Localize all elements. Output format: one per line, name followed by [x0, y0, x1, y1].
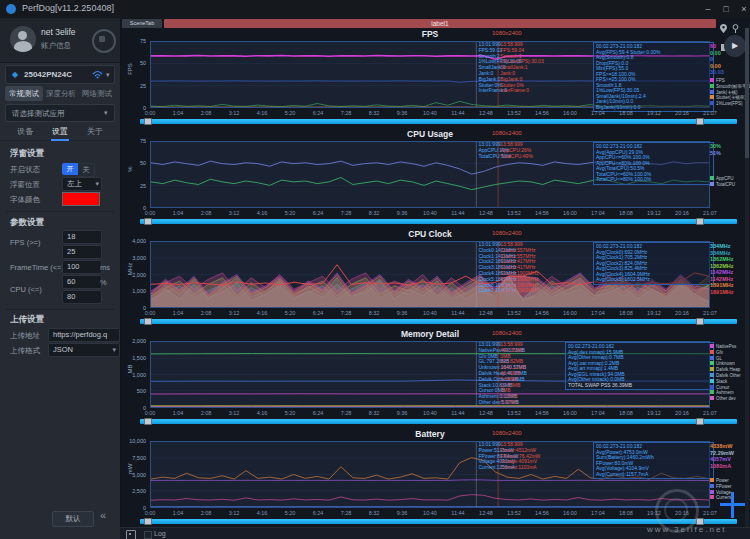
x-tick-label: 7:28 [335, 310, 357, 316]
time-range-scrollbar[interactable] [140, 519, 737, 524]
x-tick-label: 1:04 [167, 510, 189, 516]
scrollbar-handle-left[interactable] [144, 318, 152, 325]
y-tick-label: 75 [120, 138, 146, 144]
legend-item[interactable]: TotalCPU [710, 182, 735, 188]
x-tick-label: 8:32 [363, 510, 385, 516]
legend-swatch [710, 182, 714, 186]
x-tick-label: 21:07 [699, 410, 721, 416]
scrollbar-handle-right[interactable] [696, 218, 704, 225]
x-tick-label: 9:36 [391, 410, 413, 416]
log-checkbox[interactable] [144, 531, 152, 539]
cpu-unit: % [100, 278, 107, 287]
y-tick-label: 2,000 [120, 272, 146, 278]
maximize-button[interactable]: □ [718, 2, 734, 16]
cpu-threshold-label: CPU (<=) [10, 285, 42, 294]
scrollbar-handle-right[interactable] [696, 318, 704, 325]
x-tick-label: 13:52 [503, 410, 525, 416]
toggle-on[interactable]: 开 [62, 163, 78, 175]
time-range-scrollbar[interactable] [140, 419, 737, 424]
x-tick-label: 19:12 [643, 110, 665, 116]
legend: FPSSmooth(帧率平稳度)Jank(卡顿)Stutter(卡顿率)1%Lo… [710, 78, 750, 107]
collapse-sidebar-icon[interactable]: « [100, 509, 106, 521]
scrollbar-handle-right[interactable] [696, 418, 704, 425]
scrollbar-handle-left[interactable] [144, 118, 152, 125]
y-tick-label: 7,500 [120, 455, 146, 461]
font-color-swatch[interactable] [62, 192, 100, 206]
cursor-tooltip-red: 13:58:999Clock0:557MHzClock1:557MHzClock… [500, 242, 538, 294]
float-pos-select[interactable]: 左上▾ [62, 177, 102, 191]
device-icon: ◆ [12, 70, 18, 79]
close-button[interactable]: × [736, 2, 750, 16]
current-values: 30%51% [710, 143, 721, 156]
x-tick-label: 20:16 [671, 210, 693, 216]
stats-line: Avg(Clock5):1602.5MHz [596, 277, 711, 283]
stats-block: 00:02:273-21:00:182Avg(Power):4753.0mWSu… [593, 442, 714, 479]
legend-item[interactable]: Other dev [710, 396, 741, 402]
chart-cpu-clock: CPU Clock1080x2400MHz4,0003,0002,0001,00… [120, 228, 750, 328]
upload-format-select[interactable]: JSON▾ [48, 343, 120, 357]
x-tick-label: 20:16 [671, 310, 693, 316]
x-tick-label: 9:36 [391, 510, 413, 516]
stats-line: Avg(Current):1157.7mA [596, 472, 711, 478]
y-tick-label: 25 [120, 183, 146, 189]
y-tick-label: 2,000 [120, 338, 146, 344]
x-tick-label: 19:12 [643, 210, 665, 216]
screenshot-icon[interactable] [126, 530, 136, 539]
record-button[interactable] [92, 29, 116, 53]
legend-item[interactable]: Current [710, 495, 732, 501]
avatar [10, 26, 36, 52]
tab-settings[interactable]: 设置 [45, 126, 75, 141]
default-button[interactable]: 默认 [52, 511, 94, 527]
current-values: 334MHz334MHz1362MHz1362MHz1142MHz1142MHz… [710, 243, 734, 295]
cpu-threshold-input-2[interactable]: 80 [62, 290, 102, 304]
cpu-threshold-input-1[interactable]: 60 [62, 275, 102, 289]
tab-deep-analysis[interactable]: 深度分析 [43, 86, 79, 101]
vertical-scrollbar-thumb[interactable] [745, 28, 749, 158]
time-range-scrollbar[interactable] [140, 119, 737, 124]
scene-tab-button[interactable]: SceneTab [122, 19, 162, 28]
legend-item[interactable]: 1%Low(FPS) [710, 101, 750, 107]
fps-threshold-input-2[interactable]: 25 [62, 245, 102, 259]
legend-item[interactable]: Smooth(帧率平稳度) [710, 84, 750, 90]
legend-item[interactable]: NativePss [710, 344, 741, 350]
minimize-button[interactable]: – [700, 2, 716, 16]
x-tick-label: 3:12 [223, 210, 245, 216]
account-info-link[interactable]: 账户信息 [41, 41, 71, 51]
time-range-scrollbar[interactable] [140, 319, 737, 324]
legend-item[interactable]: Dalvik Other [710, 373, 741, 379]
device-selector[interactable]: ◆ 25042PN24C ▾ [5, 65, 115, 84]
x-tick-label: 13:52 [503, 210, 525, 216]
current-value: 1362MHz [710, 256, 734, 263]
scrollbar-handle-left[interactable] [144, 418, 152, 425]
chevron-down-icon: ▾ [104, 109, 108, 117]
x-tick-label: 21:07 [699, 510, 721, 516]
time-range-scrollbar[interactable] [140, 219, 737, 224]
section-upload-settings: 上传设置 [10, 314, 44, 326]
tab-about[interactable]: 关于 [80, 126, 110, 137]
tab-normal-test[interactable]: 常规测试 [5, 86, 43, 101]
x-tick-label: 9:36 [391, 110, 413, 116]
x-tick-label: 5:20 [279, 410, 301, 416]
stats-line: TOTAL SWAP PSS 36.39MB [568, 383, 711, 389]
x-tick-label: 7:28 [335, 110, 357, 116]
scene-label-bar[interactable]: label1 [164, 19, 716, 28]
legend-swatch [710, 373, 714, 377]
toggle-off[interactable]: 关 [78, 163, 95, 177]
upload-url-input[interactable]: https://perfdog.q [48, 328, 120, 342]
current-values: 4338mW72.29mW4057mV1080mA [710, 443, 734, 469]
legend-swatch [710, 78, 714, 82]
y-tick-label: 10,000 [120, 438, 146, 444]
tab-device[interactable]: 设备 [10, 126, 40, 137]
stats-block: 00:02:273-21:00:182Avg(FPS):59.4 Stutter… [593, 42, 714, 112]
tab-network-test[interactable]: 网络测试 [79, 86, 115, 101]
scrollbar-handle-left[interactable] [144, 218, 152, 225]
fps-threshold-input-1[interactable]: 18 [62, 230, 102, 244]
frametime-input[interactable]: 100 [62, 260, 102, 274]
play-button[interactable]: ▶ [724, 35, 746, 57]
scrollbar-handle-right[interactable] [696, 118, 704, 125]
chevron-down-icon: ▾ [95, 178, 99, 189]
scrollbar-handle-left[interactable] [144, 518, 152, 525]
x-tick-label: 0:00 [139, 510, 161, 516]
x-tick-label: 18:08 [615, 510, 637, 516]
app-select-dropdown[interactable]: 请选择测试应用 ▾ [5, 104, 115, 122]
